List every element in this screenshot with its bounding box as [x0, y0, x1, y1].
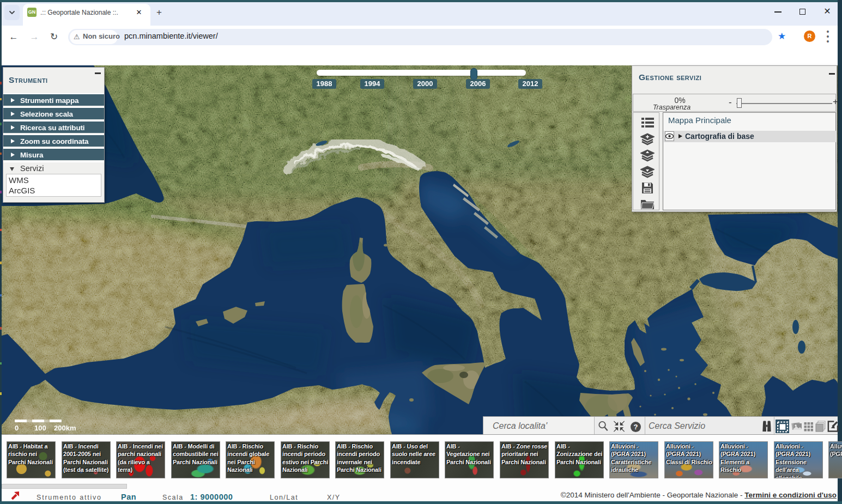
svg-text:100: 100	[34, 424, 46, 432]
svg-text:200km: 200km	[54, 424, 76, 432]
svg-text:0: 0	[15, 424, 19, 432]
